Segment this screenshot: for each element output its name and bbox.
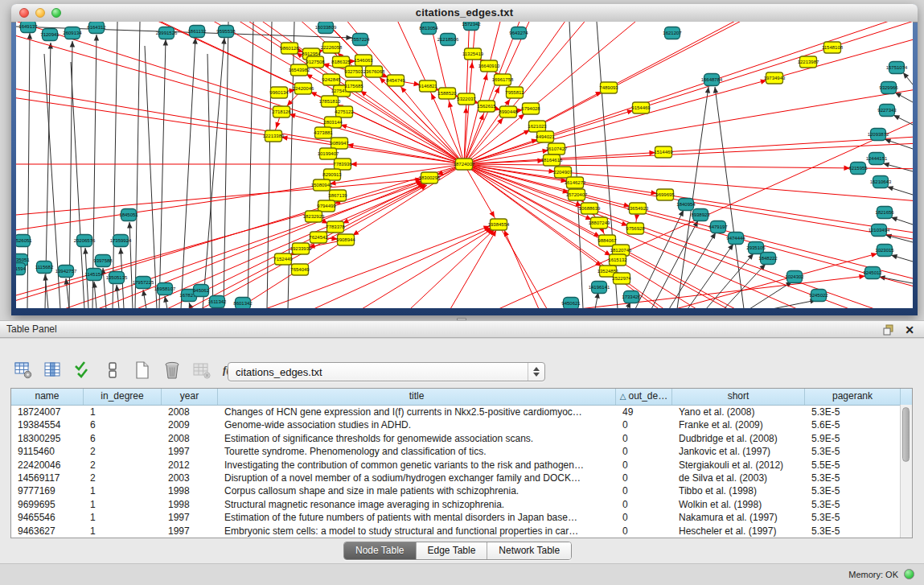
- table-row[interactable]: 946554611997Estimation of the future num…: [11, 511, 912, 524]
- table-row[interactable]: 1456911722003Disruption of a novel membe…: [11, 472, 912, 484]
- svg-text:9127508: 9127508: [306, 60, 325, 64]
- svg-text:9242845: 9242845: [322, 77, 341, 82]
- close-window-button[interactable]: [19, 8, 29, 18]
- svg-text:9756928: 9756928: [626, 226, 645, 231]
- table-cell: 1: [84, 406, 162, 418]
- svg-text:2609134: 2609134: [63, 31, 82, 35]
- table-select-dropdown[interactable]: citations_edges.txt: [228, 362, 545, 381]
- column-header-short[interactable]: short: [672, 389, 805, 405]
- new-file-icon[interactable]: [132, 360, 153, 381]
- table-cell: 5.9E-5: [805, 432, 901, 445]
- svg-text:8813054: 8813054: [419, 26, 438, 31]
- table-cell: Estimation of the future numbers of pati…: [218, 511, 616, 524]
- table-cell: Stergiakouli et al. (2012): [672, 459, 805, 472]
- table-cell: Nakamura et al. (1997): [672, 511, 805, 524]
- svg-text:1848222: 1848222: [758, 256, 778, 261]
- tab-edge-table[interactable]: Edge Table: [417, 542, 488, 559]
- svg-text:17359924: 17359924: [110, 238, 132, 243]
- table-cell: 0: [616, 511, 672, 524]
- svg-text:19233939: 19233939: [290, 246, 312, 251]
- table-row[interactable]: 1830029562008Estimation of significance …: [11, 432, 912, 445]
- select-all-check-icon[interactable]: [72, 360, 93, 381]
- svg-text:2526051: 2526051: [16, 238, 32, 243]
- row-height-icon[interactable]: [102, 360, 123, 381]
- svg-text:1861132: 1861132: [188, 29, 207, 34]
- table-row[interactable]: 911546021997Tourette syndrome. Phenomeno…: [11, 445, 912, 458]
- column-header-out_de[interactable]: △out_de…: [616, 389, 672, 405]
- svg-text:6164312: 6164312: [87, 25, 106, 30]
- table-row[interactable]: 969969511998Structural magnetic resonanc…: [11, 498, 912, 511]
- memory-status-label: Memory: OK: [848, 570, 898, 579]
- svg-text:1514469: 1514469: [654, 150, 673, 154]
- svg-text:10688639: 10688639: [579, 206, 601, 211]
- tab-node-table[interactable]: Node Table: [344, 542, 417, 559]
- table-row[interactable]: 977716911998Corpus callosum shape and si…: [11, 484, 912, 497]
- svg-text:1733426: 1733426: [622, 295, 641, 299]
- svg-text:1115682: 1115682: [35, 265, 54, 270]
- table-panel-header: Table Panel ✕: [0, 320, 924, 338]
- table-cell: 0: [616, 498, 672, 511]
- zoom-window-button[interactable]: [51, 8, 61, 18]
- tab-network-table[interactable]: Network Table: [487, 542, 571, 559]
- column-header-year[interactable]: year: [162, 389, 218, 405]
- column-header-pagerank[interactable]: pagerank: [805, 389, 901, 405]
- svg-text:6479197: 6479197: [708, 225, 728, 229]
- svg-text:19734943: 19734943: [764, 76, 786, 80]
- svg-text:9699695: 9699695: [655, 192, 675, 197]
- svg-text:2718126: 2718126: [272, 109, 291, 114]
- scrollbar-thumb[interactable]: [902, 407, 910, 462]
- float-window-icon[interactable]: [882, 323, 895, 336]
- svg-text:7557224: 7557224: [351, 37, 370, 42]
- svg-text:15751074: 15751074: [886, 65, 908, 70]
- svg-text:18724007: 18724007: [454, 162, 475, 167]
- minimize-window-button[interactable]: [35, 8, 45, 18]
- table-cell: 6: [84, 432, 162, 445]
- window-titlebar[interactable]: citations_edges.txt: [11, 4, 918, 23]
- column-header-title[interactable]: title: [218, 389, 616, 405]
- svg-text:1024302: 1024302: [785, 274, 804, 279]
- svg-text:16107427: 16107427: [546, 146, 568, 151]
- svg-text:19384554: 19384554: [488, 222, 510, 227]
- table-cell: Yano et al. (2008): [672, 406, 805, 418]
- svg-text:16033809: 16033809: [315, 25, 337, 30]
- column-header-name[interactable]: name: [11, 389, 84, 405]
- svg-text:3867139: 3867139: [328, 193, 347, 198]
- table-cell: Tourette syndrome. Phenomenology and cla…: [218, 445, 616, 458]
- delete-trash-icon[interactable]: [162, 360, 183, 381]
- table-cell: 0: [616, 525, 672, 538]
- svg-text:1588520: 1588520: [437, 91, 457, 96]
- svg-text:1621023: 1621023: [528, 124, 547, 129]
- svg-text:23676068: 23676068: [363, 69, 385, 74]
- svg-text:12444151: 12444151: [866, 156, 888, 161]
- table-row[interactable]: 946362711997Embryonic stem cells: a mode…: [11, 525, 912, 538]
- svg-text:9884067: 9884067: [598, 238, 617, 243]
- svg-text:2935105: 2935105: [746, 245, 766, 250]
- table-cell: 18724007: [11, 406, 84, 418]
- table-cell: 5.3E-5: [805, 445, 901, 458]
- table-row[interactable]: 1938455462009Genome-wide association stu…: [11, 418, 912, 431]
- svg-text:1562615: 1562615: [477, 104, 496, 109]
- table-cell: 0: [616, 418, 672, 431]
- table-cell: 19384554: [11, 418, 84, 431]
- svg-text:13942757: 13942757: [55, 269, 77, 274]
- svg-text:14196141: 14196141: [589, 285, 610, 290]
- svg-text:7783936: 7783936: [333, 162, 352, 167]
- network-graph-canvas[interactable]: 1872400718300295924284512754712178518104…: [16, 22, 913, 308]
- table-row[interactable]: 2242004622012Investigating the contribut…: [11, 459, 912, 472]
- svg-text:18120746: 18120746: [610, 248, 632, 253]
- vertical-scrollbar[interactable]: [900, 405, 912, 538]
- table-row[interactable]: 1872400712008Changes of HCN gene express…: [11, 406, 912, 418]
- close-panel-icon[interactable]: ✕: [905, 322, 914, 338]
- svg-text:1023015: 1023015: [875, 248, 894, 253]
- table-cell: 1998: [162, 498, 218, 511]
- svg-text:9450621: 9450621: [561, 301, 581, 306]
- table-cell: 1: [84, 498, 162, 511]
- table-cell: 1: [84, 525, 162, 538]
- table-settings-icon[interactable]: [13, 360, 34, 381]
- svg-text:18164616: 18164616: [541, 158, 563, 163]
- table-cell: 1: [84, 484, 162, 497]
- column-header-in_degree[interactable]: in_degree: [84, 389, 162, 405]
- insert-column-icon[interactable]: [43, 360, 64, 381]
- table-cell: 0: [616, 459, 672, 472]
- svg-text:8290913: 8290913: [322, 172, 342, 177]
